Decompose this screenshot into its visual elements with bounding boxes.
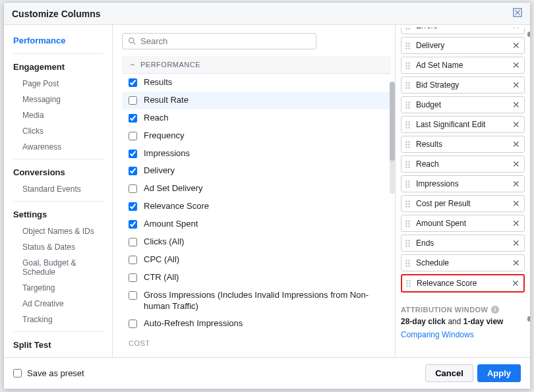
metric-checkbox[interactable] <box>129 273 137 282</box>
selected-column-chip[interactable]: Amount Spent✕ <box>401 215 525 232</box>
remove-icon[interactable]: ✕ <box>512 279 519 288</box>
drag-handle-icon[interactable] <box>406 280 413 287</box>
selected-column-chip[interactable]: Delivery✕ <box>401 37 525 54</box>
drag-handle-icon[interactable] <box>405 82 412 89</box>
sidebar-item[interactable]: Messaging <box>4 92 112 107</box>
metric-checkbox[interactable] <box>129 114 137 123</box>
sidebar-category[interactable]: Settings <box>4 206 112 223</box>
metric-checkbox[interactable] <box>129 256 137 264</box>
metric-row[interactable]: Results <box>122 74 391 92</box>
search-input[interactable] <box>140 36 311 46</box>
metric-row[interactable]: Impressions <box>122 145 391 163</box>
save-preset-checkbox[interactable] <box>13 369 22 378</box>
drag-handle-icon[interactable] <box>405 62 412 69</box>
metric-row[interactable]: Gross Impressions (Includes Invalid Impr… <box>122 287 391 316</box>
selected-column-chip[interactable]: Schedule✕ <box>401 254 525 271</box>
metric-checkbox[interactable] <box>129 132 137 140</box>
sidebar-item[interactable]: Object Names & IDs <box>4 223 112 239</box>
metric-row[interactable]: Relevance Score <box>122 198 391 215</box>
metric-row[interactable]: Reach <box>122 109 391 127</box>
drag-handle-icon[interactable] <box>405 101 412 109</box>
sidebar-category[interactable]: Engagement <box>4 58 112 76</box>
metric-checkbox[interactable] <box>129 78 137 87</box>
metrics-list[interactable]: −PERFORMANCEResultsResult RateReachFrequ… <box>122 56 391 349</box>
remove-icon[interactable]: ✕ <box>512 28 520 30</box>
remove-icon[interactable]: ✕ <box>512 41 520 50</box>
selected-column-chip[interactable]: Bid Strategy✕ <box>401 76 525 94</box>
remove-icon[interactable]: ✕ <box>512 238 520 248</box>
sidebar-category[interactable]: Conversions <box>4 163 112 181</box>
metric-checkbox[interactable] <box>129 167 137 175</box>
drag-handle-icon[interactable] <box>405 28 412 30</box>
metric-row[interactable]: Clicks (All) <box>122 233 391 251</box>
selected-column-chip[interactable]: Ends✕ <box>401 235 525 252</box>
selected-column-chip[interactable]: Errors✕ <box>401 28 525 34</box>
drag-handle-icon[interactable] <box>405 161 412 168</box>
metric-checkbox[interactable] <box>129 291 137 300</box>
metric-checkbox[interactable] <box>129 96 137 105</box>
metric-row[interactable]: Ad Set Delivery <box>122 180 391 198</box>
remove-icon[interactable]: ✕ <box>512 258 520 267</box>
drag-handle-icon[interactable] <box>405 141 412 148</box>
remove-icon[interactable]: ✕ <box>512 80 520 90</box>
metric-checkbox[interactable] <box>129 238 137 246</box>
selected-column-chip[interactable]: Last Significant Edit✕ <box>401 116 525 133</box>
metric-row[interactable]: CPC (All) <box>122 251 391 269</box>
metric-checkbox[interactable] <box>129 150 137 158</box>
cancel-button[interactable]: Cancel <box>425 364 473 382</box>
info-icon[interactable]: i <box>491 306 499 314</box>
drag-handle-icon[interactable] <box>405 240 412 247</box>
metric-checkbox[interactable] <box>129 184 137 193</box>
apply-button[interactable]: Apply <box>477 364 521 382</box>
remove-icon[interactable]: ✕ <box>512 61 520 70</box>
selected-column-chip[interactable]: Cost per Result✕ <box>401 195 525 212</box>
metric-checkbox[interactable] <box>129 202 137 211</box>
selected-column-chip[interactable]: Ad Set Name✕ <box>401 57 525 74</box>
metric-row[interactable]: Frequency <box>122 127 391 145</box>
drag-handle-icon[interactable] <box>405 181 412 188</box>
remove-icon[interactable]: ✕ <box>512 140 520 149</box>
remove-icon[interactable]: ✕ <box>512 199 520 208</box>
sidebar-category[interactable]: Performance <box>4 32 112 49</box>
selected-column-chip[interactable]: Reach✕ <box>401 155 525 173</box>
sidebar-item[interactable]: Media <box>4 107 112 123</box>
remove-icon[interactable]: ✕ <box>512 179 520 188</box>
drag-handle-icon[interactable] <box>405 260 412 267</box>
metric-row[interactable]: Delivery <box>122 162 391 180</box>
selected-column-chip[interactable]: Relevance Score✕ <box>401 274 525 293</box>
section-header[interactable]: −PERFORMANCE <box>122 56 391 74</box>
sidebar-item[interactable]: Page Post <box>4 76 112 92</box>
sidebar-item[interactable]: Ad Creative <box>4 296 112 312</box>
drag-handle-icon[interactable] <box>405 42 412 49</box>
remove-icon[interactable]: ✕ <box>512 100 520 109</box>
search-input-wrap[interactable] <box>122 33 316 49</box>
selected-column-chip[interactable]: Impressions✕ <box>401 175 525 192</box>
drag-handle-icon[interactable] <box>405 200 412 208</box>
sidebar-item[interactable]: Clicks <box>4 123 112 139</box>
sidebar-item[interactable]: Targeting <box>4 280 112 296</box>
metric-row[interactable]: CTR (All) <box>122 269 391 287</box>
selected-column-chip[interactable]: Budget✕ <box>401 96 525 113</box>
right-scrollbar[interactable] <box>526 25 530 328</box>
sidebar-item[interactable]: Status & Dates <box>4 239 112 255</box>
metric-checkbox[interactable] <box>129 220 137 229</box>
remove-icon[interactable]: ✕ <box>512 159 520 169</box>
selected-column-chip[interactable]: Results✕ <box>401 136 525 153</box>
remove-icon[interactable]: ✕ <box>512 120 520 129</box>
drag-handle-icon[interactable] <box>405 121 412 128</box>
scrollbar[interactable] <box>390 82 395 194</box>
sidebar-category[interactable]: Split Test <box>4 336 112 354</box>
comparing-windows-link[interactable]: Comparing Windows <box>401 330 525 339</box>
metric-row[interactable]: Auto-Refresh Impressions <box>122 315 391 333</box>
metric-checkbox[interactable] <box>129 320 137 328</box>
metric-row[interactable]: Result Rate <box>122 92 391 109</box>
save-as-preset[interactable]: Save as preset <box>13 368 84 378</box>
drag-handle-icon[interactable] <box>405 220 412 227</box>
sidebar-item[interactable]: Awareness <box>4 139 112 155</box>
remove-icon[interactable]: ✕ <box>512 219 520 228</box>
close-icon[interactable] <box>513 8 522 19</box>
sidebar-item[interactable]: Tracking <box>4 312 112 327</box>
metric-row[interactable]: Amount Spent <box>122 215 391 233</box>
sidebar-item[interactable]: Standard Events <box>4 181 112 197</box>
collapse-icon[interactable]: − <box>129 60 136 69</box>
